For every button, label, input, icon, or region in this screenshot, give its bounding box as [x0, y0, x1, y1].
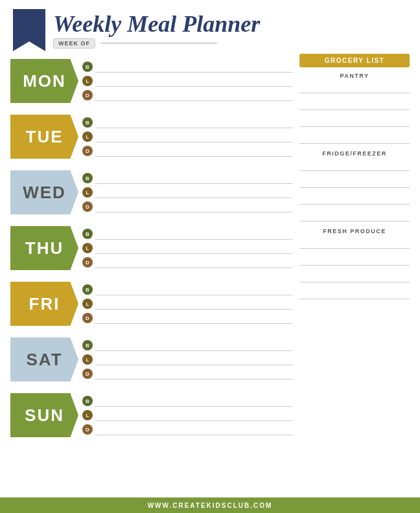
day-row-sun: SUNBLD [10, 388, 293, 442]
days-column: MONBLDTUEBLDWEDBLDTHUBLDFRIBLDSATBLDSUNB… [10, 54, 293, 495]
meal-input-l-sun[interactable] [95, 409, 293, 421]
meal-input-l-thu[interactable] [95, 242, 293, 254]
meal-lines-fri: BLD [78, 282, 293, 325]
meal-line: L [82, 74, 293, 88]
meal-input-b-mon[interactable] [95, 61, 293, 73]
svg-marker-0 [13, 9, 45, 51]
meal-input-b-sat[interactable] [95, 339, 293, 351]
meal-line: L [82, 408, 293, 422]
week-of-row: WEEK OF [53, 38, 260, 49]
meal-input-l-sat[interactable] [95, 354, 293, 365]
meal-lines-mon: BLD [78, 60, 293, 102]
meal-dot: D [82, 257, 93, 268]
day-row-fri: FRIBLD [10, 277, 293, 331]
week-of-badge: WEEK OF [53, 38, 95, 49]
grocery-section-label-1: FRIDGE/FREEZER [299, 148, 410, 158]
meal-line: D [82, 88, 293, 102]
grocery-line [299, 80, 410, 93]
grocery-column: GROCERY LIST PANTRYFRIDGE/FREEZERFRESH P… [299, 54, 410, 495]
meal-input-l-tue[interactable] [95, 131, 293, 142]
grocery-line [299, 175, 410, 188]
day-label-wed: WED [10, 170, 78, 214]
meal-dot: D [82, 369, 93, 379]
day-row-mon: MONBLD [10, 54, 293, 108]
meal-input-b-fri[interactable] [95, 284, 293, 295]
meal-line: D [82, 255, 293, 269]
meal-dot: B [82, 284, 93, 295]
meal-dot: D [82, 424, 93, 435]
main-content: MONBLDTUEBLDWEDBLDTHUBLDFRIBLDSATBLDSUNB… [0, 54, 420, 497]
meal-input-b-thu[interactable] [95, 228, 293, 240]
meal-input-l-fri[interactable] [95, 298, 293, 310]
meal-line: B [82, 171, 293, 185]
footer: WWW.CREATEKIDSCLUB.COM [0, 497, 420, 513]
week-of-line [100, 43, 217, 43]
meal-lines-sat: BLD [78, 338, 293, 381]
meal-input-d-tue[interactable] [95, 145, 293, 157]
day-row-thu: THUBLD [10, 221, 293, 275]
grocery-list-header: GROCERY LIST [299, 54, 410, 67]
meal-line: D [82, 144, 293, 158]
meal-input-d-wed[interactable] [95, 201, 293, 212]
meal-line: B [82, 227, 293, 241]
grocery-line [299, 269, 410, 282]
meal-input-l-mon[interactable] [95, 75, 293, 87]
grocery-line [299, 114, 410, 127]
header: Weekly Meal Planner WEEK OF [0, 0, 420, 54]
meal-input-d-mon[interactable] [95, 89, 293, 101]
meal-line: D [82, 311, 293, 325]
day-label-mon: MON [10, 59, 78, 103]
meal-dot: D [82, 146, 93, 156]
meal-line: B [82, 115, 293, 130]
meal-line: B [82, 60, 293, 74]
meal-dot: B [82, 396, 93, 406]
meal-line: L [82, 130, 293, 144]
day-label-thu: THU [10, 226, 78, 270]
meal-line: L [82, 241, 293, 255]
meal-dot: D [82, 90, 93, 100]
meal-input-d-fri[interactable] [95, 312, 293, 324]
meal-dot: B [82, 62, 93, 72]
grocery-section-label-0: PANTRY [299, 70, 410, 80]
grocery-line [299, 286, 410, 299]
meal-lines-wed: BLD [78, 171, 293, 214]
day-label-sun: SUN [10, 393, 78, 437]
day-label-fri: FRI [10, 282, 78, 326]
meal-dot: L [82, 187, 93, 198]
meal-lines-thu: BLD [78, 227, 293, 269]
meal-input-d-sat[interactable] [95, 368, 293, 380]
grocery-line [299, 253, 410, 266]
meal-line: B [82, 394, 293, 408]
grocery-line [299, 236, 410, 249]
grocery-line [299, 131, 410, 144]
grocery-line [299, 192, 410, 205]
meal-input-l-wed[interactable] [95, 187, 293, 198]
meal-input-d-thu[interactable] [95, 256, 293, 268]
meal-input-b-sun[interactable] [95, 395, 293, 407]
grocery-line [299, 209, 410, 222]
bookmark-icon [13, 9, 45, 51]
meal-lines-sun: BLD [78, 394, 293, 437]
page: Weekly Meal Planner WEEK OF MONBLDTUEBLD… [0, 0, 420, 513]
title-block: Weekly Meal Planner WEEK OF [53, 12, 260, 49]
meal-input-b-wed[interactable] [95, 172, 293, 184]
day-label-tue: TUE [10, 115, 78, 159]
meal-line: B [82, 338, 293, 352]
meal-input-d-sun[interactable] [95, 424, 293, 435]
meal-dot: L [82, 243, 93, 253]
meal-line: L [82, 297, 293, 311]
meal-dot: D [82, 201, 93, 212]
meal-line: B [82, 282, 293, 297]
meal-line: D [82, 422, 293, 437]
meal-line: D [82, 367, 293, 381]
meal-dot: B [82, 340, 93, 350]
meal-dot: B [82, 173, 93, 183]
day-row-tue: TUEBLD [10, 109, 293, 164]
meal-input-b-tue[interactable] [95, 117, 293, 128]
grocery-line [299, 97, 410, 110]
meal-dot: L [82, 410, 93, 420]
meal-dot: B [82, 229, 93, 239]
meal-dot: L [82, 299, 93, 309]
meal-line: L [82, 352, 293, 367]
day-row-sat: SATBLD [10, 332, 293, 387]
